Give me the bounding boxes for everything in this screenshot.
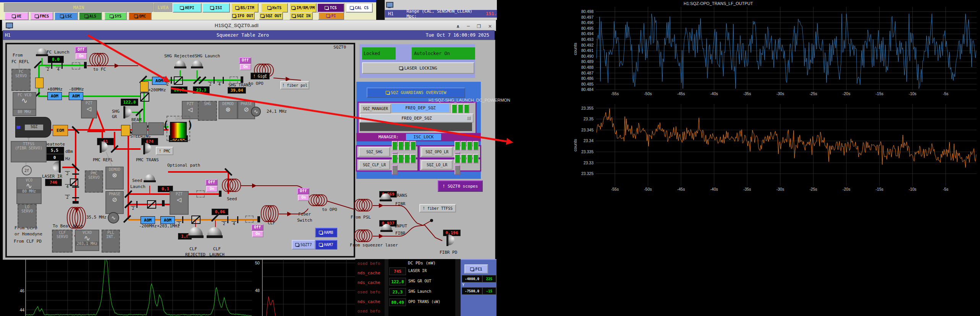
screen: MAIN LVEA H1 Range (CAL, SENSMON_CLEAN) … xyxy=(0,0,980,316)
annotation-arrow xyxy=(171,88,506,141)
annotation-layer xyxy=(0,0,980,316)
annotation-arrowhead-icon xyxy=(163,76,172,85)
annotation-arrow xyxy=(88,35,164,79)
annotation-arrowhead-icon xyxy=(506,138,514,146)
